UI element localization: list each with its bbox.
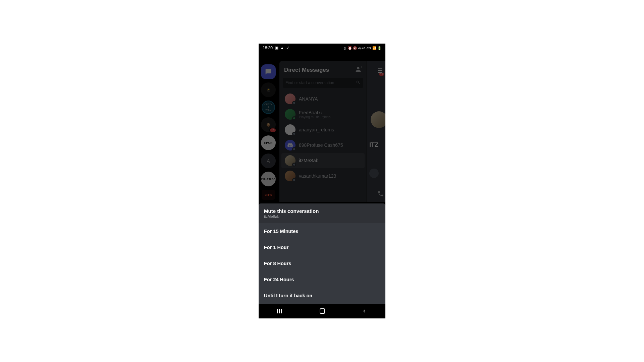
status-right: ▯ ⏰ 🔇 Vo) 4G LTE2 📶 🔋 [343,46,381,50]
check-icon: ✓ [286,46,290,50]
mute-bottom-sheet: Mute this conversation itzMeSab For 15 M… [259,203,385,304]
sheet-subtitle: itzMeSab [264,215,380,219]
status-left: 18:30 ▣ ▲ ✓ [263,46,290,50]
mute-option-indefinite[interactable]: Until I turn it back on [259,288,385,304]
status-bar: 18:30 ▣ ▲ ✓ ▯ ⏰ 🔇 Vo) 4G LTE2 📶 🔋 [259,44,385,52]
image-icon: ▣ [274,46,278,50]
mute-option-8hours[interactable]: For 8 Hours [259,255,385,272]
android-navbar [259,304,385,318]
back-button[interactable] [362,308,367,314]
warning-icon: ▲ [280,46,284,50]
mute-icon: 🔇 [353,46,357,50]
status-time: 18:30 [263,46,273,50]
mute-option-24hours[interactable]: For 24 Hours [259,272,385,288]
battery-icon: 🔋 [377,46,381,50]
mute-option-1hour[interactable]: For 1 Hour [259,239,385,255]
alarm-icon: ⏰ [348,46,352,50]
signal-icon: 📶 [372,46,376,50]
sheet-title: Mute this conversation [264,208,380,214]
phone-frame: 18:30 ▣ ▲ ✓ ▯ ⏰ 🔇 Vo) 4G LTE2 📶 🔋 🥷 CRAZ… [259,44,385,318]
card-icon: ▯ [343,46,347,50]
home-button[interactable] [320,308,325,314]
network-label: Vo) 4G LTE2 [358,47,371,49]
recent-apps-button[interactable] [277,309,283,313]
sheet-header: Mute this conversation itzMeSab [259,203,385,223]
mute-option-15min[interactable]: For 15 Minutes [259,223,385,239]
